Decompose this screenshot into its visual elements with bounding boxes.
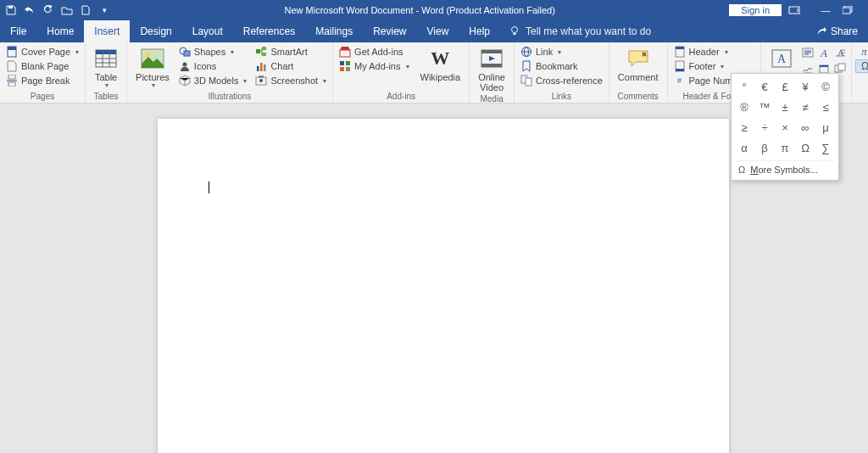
svg-text:A: A — [777, 53, 787, 65]
svg-rect-32 — [481, 64, 502, 67]
tab-design[interactable]: Design — [130, 20, 181, 42]
smartart-icon — [255, 46, 267, 58]
my-addins-button[interactable]: My Add-ins▾ — [337, 59, 411, 73]
tab-file[interactable]: File — [0, 20, 36, 42]
page[interactable] — [158, 119, 729, 453]
svg-point-12 — [145, 53, 150, 58]
group-illustrations: Pictures▾ Shapes▾ Icons 3D Models▾ Smart… — [127, 42, 333, 103]
svg-rect-28 — [340, 67, 344, 71]
table-button[interactable]: Table ▾ — [89, 45, 123, 92]
tab-help[interactable]: Help — [459, 20, 500, 42]
symbol-cell[interactable]: £ — [776, 77, 794, 96]
tell-me[interactable]: Tell me what you want to do — [509, 20, 651, 42]
wordart-button[interactable]: A — [816, 45, 832, 60]
symbol-cell[interactable]: μ — [816, 118, 835, 137]
svg-rect-29 — [346, 67, 350, 71]
chart-button[interactable]: Chart — [253, 59, 329, 73]
symbol-cell[interactable]: ≤ — [816, 98, 835, 116]
icons-button[interactable]: Icons — [176, 59, 250, 73]
share-button[interactable]: Share — [807, 20, 868, 42]
svg-point-15 — [182, 63, 186, 67]
symbol-cell[interactable]: ∞ — [796, 118, 815, 137]
link-button[interactable]: Link▾ — [518, 45, 605, 59]
svg-rect-7 — [8, 75, 15, 79]
lightbulb-icon — [509, 25, 520, 37]
svg-point-4 — [512, 27, 518, 33]
tab-review[interactable]: Review — [363, 20, 416, 42]
cross-reference-button[interactable]: Cross-reference — [518, 74, 605, 87]
tab-references[interactable]: References — [233, 20, 305, 42]
get-addins-button[interactable]: Get Add-ins — [337, 45, 411, 59]
svg-rect-1 — [789, 7, 799, 14]
save-icon[interactable] — [5, 4, 17, 16]
symbol-cell[interactable]: ™ — [755, 98, 774, 116]
group-symbols-label: Symbols — [852, 92, 868, 103]
icons-icon — [179, 60, 191, 72]
svg-rect-38 — [676, 47, 684, 49]
header-button[interactable]: Header▾ — [671, 45, 758, 59]
more-symbols-button[interactable]: Ω More Symbols... — [735, 160, 835, 176]
video-icon — [480, 47, 504, 70]
symbol-cell[interactable]: β — [755, 138, 774, 157]
sign-in-button[interactable]: Sign in — [729, 4, 782, 16]
comment-button[interactable]: Comment — [613, 45, 664, 84]
tab-view[interactable]: View — [417, 20, 459, 42]
shapes-button[interactable]: Shapes▾ — [176, 45, 250, 59]
symbol-cell[interactable]: ¥ — [796, 77, 815, 96]
symbol-cell[interactable]: ≥ — [735, 118, 754, 137]
symbol-cell[interactable]: π — [776, 138, 794, 157]
blank-page-button[interactable]: Blank Page — [3, 59, 81, 73]
minimize-icon[interactable]: — — [815, 5, 836, 15]
page-break-button[interactable]: Page Break — [3, 74, 81, 87]
svg-rect-25 — [340, 50, 350, 57]
group-comments-label: Comments — [609, 92, 667, 103]
svg-point-23 — [259, 79, 263, 82]
footer-button[interactable]: Footer▾ — [671, 59, 758, 73]
redo-icon[interactable] — [42, 4, 54, 16]
drop-cap-button[interactable]: A — [832, 45, 848, 60]
svg-rect-24 — [259, 76, 264, 78]
bookmark-button[interactable]: Bookmark — [518, 59, 605, 73]
qat-open-icon[interactable] — [61, 4, 73, 16]
ribbon-options-icon[interactable] — [788, 5, 809, 15]
svg-rect-36 — [526, 78, 531, 86]
wikipedia-button[interactable]: W Wikipedia — [415, 45, 466, 84]
pictures-button[interactable]: Pictures▾ — [131, 45, 175, 92]
chevron-down-icon: ▾ — [75, 48, 79, 56]
symbol-cell[interactable]: × — [776, 118, 794, 137]
tab-home[interactable]: Home — [36, 20, 84, 42]
tab-mailings[interactable]: Mailings — [305, 20, 363, 42]
symbol-button[interactable]: ΩSymbol▾ — [855, 59, 868, 73]
chevron-down-icon: ▾ — [105, 82, 108, 90]
symbol-cell[interactable]: ∑ — [816, 138, 835, 157]
symbol-cell[interactable]: € — [755, 77, 774, 96]
symbol-cell[interactable]: © — [816, 77, 835, 96]
chevron-down-icon: ▾ — [323, 77, 326, 85]
3d-models-button[interactable]: 3D Models▾ — [176, 74, 250, 87]
equation-button[interactable]: πEquation▾ — [855, 45, 868, 59]
symbol-cell[interactable]: ® — [735, 98, 754, 116]
symbol-cell[interactable]: Ω — [796, 138, 815, 157]
cross-ref-icon — [520, 75, 532, 87]
symbol-cell[interactable]: ± — [776, 98, 794, 116]
symbol-cell[interactable]: ÷ — [755, 118, 774, 137]
svg-rect-14 — [184, 51, 190, 56]
quick-parts-button[interactable] — [800, 45, 815, 60]
tab-insert[interactable]: Insert — [84, 20, 130, 42]
cover-page-button[interactable]: Cover Page▾ — [3, 45, 81, 59]
smartart-button[interactable]: SmartArt — [253, 45, 329, 59]
screenshot-button[interactable]: Screenshot▾ — [253, 74, 329, 87]
online-video-button[interactable]: Online Video — [473, 45, 510, 94]
qat-new-icon[interactable] — [80, 4, 92, 16]
group-comments: Comment Comments — [609, 42, 668, 103]
qat-customize-icon[interactable]: ▾ — [98, 4, 110, 16]
titlebar-right: Sign in — — [724, 4, 868, 16]
symbol-cell[interactable]: ≠ — [796, 98, 815, 116]
quick-access-toolbar: ▾ — [0, 4, 115, 16]
link-icon — [520, 46, 532, 58]
symbol-cell[interactable]: α — [735, 138, 754, 157]
undo-icon[interactable] — [24, 4, 36, 16]
restore-icon[interactable] — [843, 6, 863, 14]
tab-layout[interactable]: Layout — [182, 20, 233, 42]
symbol-cell[interactable]: ° — [735, 77, 754, 96]
